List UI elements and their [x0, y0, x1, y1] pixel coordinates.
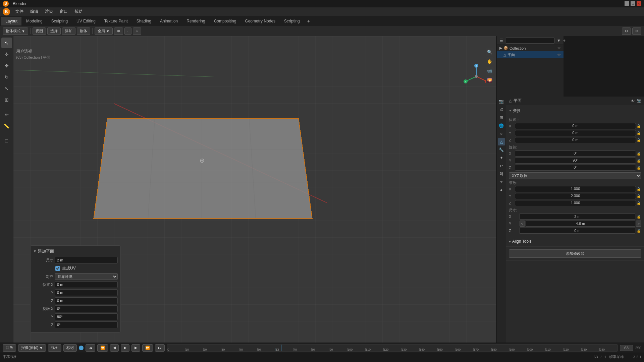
menu-help[interactable]: 帮助 [72, 8, 85, 15]
hand-tool-button[interactable]: ✋ [486, 57, 494, 65]
current-frame-display[interactable]: 63 [620, 345, 633, 351]
rot-z-input[interactable] [55, 321, 118, 328]
location-y-value[interactable]: 0 m [515, 130, 636, 136]
menu-file[interactable]: 文件 [13, 8, 26, 15]
close-button[interactable]: ✕ [637, 1, 641, 6]
rot-x-input[interactable] [55, 305, 118, 312]
select-menu-button[interactable]: 选择 [47, 27, 61, 35]
rotation-x-lock-icon[interactable]: 🔓 [636, 152, 641, 156]
render-toggle[interactable]: 📷 [637, 99, 641, 103]
object-menu-button[interactable]: 物体 [77, 27, 90, 35]
overlay-button[interactable]: ⊙ [622, 27, 631, 35]
marker-menu-button[interactable]: 标记 [63, 344, 77, 352]
cursor-tool-button[interactable]: ✛ [1, 49, 12, 60]
play-button[interactable]: ▶ [121, 344, 129, 352]
prev-key-button[interactable]: ◀ [110, 344, 119, 352]
align-select[interactable]: 世界环境 [55, 273, 118, 280]
align-tools-header[interactable]: ▶ Align Tools [509, 238, 641, 245]
menu-window[interactable]: 窗口 [57, 8, 70, 15]
add-workspace-button[interactable]: + [305, 17, 313, 25]
panel-collapse-icon[interactable]: ▼ [33, 249, 37, 253]
zoom-in-button[interactable]: 🔍 [486, 48, 494, 56]
view-layer-props-button[interactable]: ⊞ [498, 114, 505, 121]
tab-shading[interactable]: Shading [132, 17, 155, 25]
outliner-item-plane[interactable]: △ 平面 👁 [497, 51, 564, 58]
timeline-bar[interactable]: 0 10 20 30 40 50 63 70 80 90 100 110 120… [167, 344, 618, 352]
rotate-tool-button[interactable]: ↻ [1, 72, 12, 82]
dim-y-decrease-button[interactable]: < [520, 221, 525, 227]
rotation-x-value[interactable]: 0° [515, 150, 636, 157]
generate-uv-checkbox[interactable] [55, 266, 60, 271]
physics-props-button[interactable]: ↩ [498, 162, 505, 170]
loc-x-input[interactable] [55, 281, 118, 288]
location-x-value[interactable]: 0 m [515, 123, 636, 129]
tab-scripting[interactable]: Scripting [280, 17, 304, 25]
pivot-button[interactable]: ⊕ [114, 27, 123, 35]
dim-z-value[interactable]: 0 m [520, 228, 635, 234]
tab-animation[interactable]: Animation [156, 17, 182, 25]
tab-modeling[interactable]: Modeling [22, 17, 47, 25]
outliner-search-input[interactable] [505, 38, 555, 44]
dim-x-lock-icon[interactable]: 🔓 [636, 215, 641, 219]
add-modifier-button[interactable]: 添加修改器 [509, 249, 641, 258]
view-menu-button[interactable]: 视图 [33, 27, 46, 35]
scale-tool-button[interactable]: ⤡ [1, 83, 12, 94]
tab-uv-editing[interactable]: UV Editing [72, 17, 100, 25]
visibility-icon[interactable]: 👁 [557, 46, 561, 50]
next-frame-button[interactable]: ⏩ [142, 344, 153, 352]
location-z-value[interactable]: 0 m [515, 137, 636, 143]
scale-x-lock-icon[interactable]: 🔓 [636, 187, 641, 191]
snap-button[interactable]: · [124, 27, 131, 35]
dim-y-value[interactable]: 4.6 m [526, 221, 635, 227]
interpolation-menu-button[interactable]: 报像(插帧) ▼ [18, 344, 46, 352]
outliner-item-collection[interactable]: ▶ 📦 Collection 👁 [497, 45, 564, 51]
global-button[interactable]: 全局 ▼ [95, 27, 113, 35]
add-cube-button[interactable]: □ [1, 135, 12, 146]
transform-header[interactable]: ▼ 变换 [509, 107, 641, 115]
dim-z-lock-icon[interactable]: 🔓 [636, 229, 641, 233]
rotation-y-value[interactable]: 90° [515, 158, 636, 164]
proportional-button[interactable]: ○ [133, 27, 141, 35]
prev-frame-button[interactable]: ⏪ [97, 344, 108, 352]
mode-select-button[interactable]: 物体模式 ▼ [3, 27, 28, 35]
jump-start-button[interactable]: ⏮ [86, 344, 95, 352]
center-manipulator[interactable]: ⊕ [200, 157, 206, 164]
menu-edit[interactable]: 编辑 [28, 8, 41, 15]
plane-visibility-icon[interactable]: 👁 [557, 53, 561, 57]
annotate-tool-button[interactable]: ✏ [1, 109, 12, 120]
scene-props-button[interactable]: 🌐 [498, 122, 505, 129]
constraints-props-button[interactable]: ⛓ [498, 170, 505, 178]
rotation-y-lock-icon[interactable]: 🔓 [636, 159, 641, 163]
scale-x-value[interactable]: 1.000 [515, 186, 636, 192]
tab-sculpting[interactable]: Sculpting [47, 17, 72, 25]
menu-render[interactable]: 渲染 [42, 8, 56, 15]
gizmo-button[interactable]: ⊕ [632, 27, 641, 35]
location-y-lock-icon[interactable]: 🔓 [636, 131, 641, 135]
location-x-lock-icon[interactable]: 🔓 [636, 124, 641, 128]
render-preview-button[interactable]: 🌄 [486, 76, 494, 84]
timeline-playhead[interactable] [281, 345, 281, 351]
rotation-z-lock-icon[interactable]: 🔓 [636, 166, 641, 170]
tab-compositing[interactable]: Compositing [210, 17, 240, 25]
size-input[interactable] [55, 257, 118, 263]
measure-tool-button[interactable]: 📏 [1, 121, 12, 131]
tab-geometry-nodes[interactable]: Geometry Nodes [241, 17, 279, 25]
output-props-button[interactable]: 🖨 [498, 106, 505, 113]
loc-y-input[interactable] [55, 289, 118, 296]
view-menu-button-timeline[interactable]: 视图 [48, 344, 61, 352]
camera-view-button[interactable]: 📹 [486, 67, 494, 75]
outliner-filter-icon[interactable]: ▼ [557, 38, 561, 43]
modifier-props-button[interactable]: 🔧 [498, 146, 505, 154]
minimize-button[interactable]: — [625, 1, 629, 6]
outliner-add-icon[interactable]: + [563, 38, 566, 43]
data-props-button[interactable]: ▿ [498, 178, 505, 186]
scale-z-lock-icon[interactable]: 🔓 [636, 201, 641, 205]
tab-layout[interactable]: Layout [1, 17, 21, 25]
keyframe-indicator[interactable] [79, 346, 84, 350]
location-z-lock-icon[interactable]: 🔓 [636, 138, 641, 142]
tab-texture-paint[interactable]: Texture Paint [100, 17, 132, 25]
material-props-button[interactable]: ● [498, 186, 505, 194]
viewport[interactable]: 用户透视 (63) Collection | 平面 ⊕ Z [13, 36, 496, 343]
transform-tool-button[interactable]: ⊞ [1, 95, 12, 105]
next-key-button[interactable]: ▶ [131, 344, 140, 352]
